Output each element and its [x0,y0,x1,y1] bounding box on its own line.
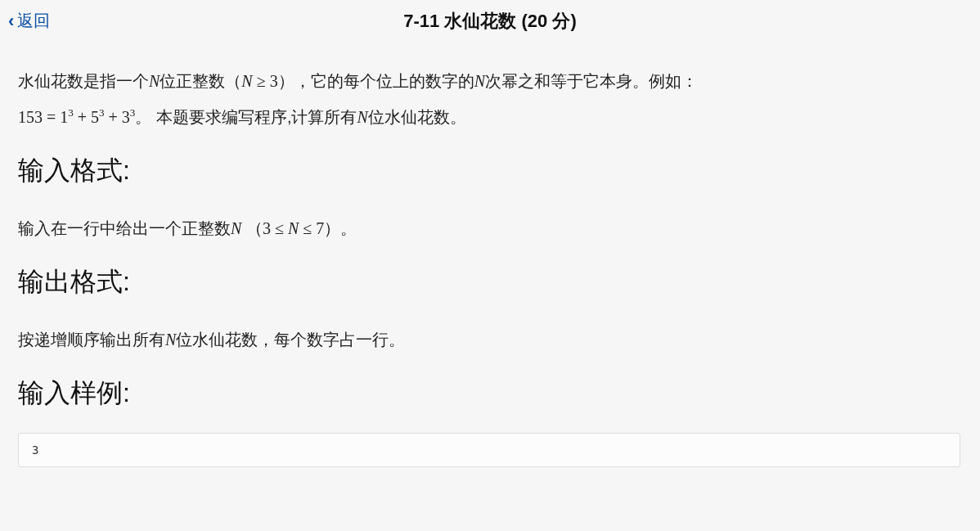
text: 位水仙花数，每个数字占一行。 [176,331,405,349]
back-link[interactable]: ‹ 返回 [8,10,50,32]
math-equation: 153 = 13 + 53 + 33 [18,108,135,126]
math-var: N [357,108,367,126]
sample-input-block: 3 [18,433,960,467]
text: 。 本题要求编写程序,计算所有 [135,108,357,126]
text: ）。 [324,219,357,237]
text: 位水仙花数。 [368,108,466,126]
back-label: 返回 [17,10,50,32]
math-cond: N ≥ 3 [241,72,277,90]
problem-content: 水仙花数是指一个N位正整数（N ≥ 3），它的每个位上的数字的N次幂之和等于它本… [0,40,980,482]
math-var: N [149,72,160,90]
input-format-text: 输入在一行中给出一个正整数N （3 ≤ N ≤ 7）。 [18,210,787,246]
math-var: N [231,219,241,237]
math-var: N [474,72,485,90]
text: 按递增顺序输出所有 [18,331,165,349]
text: 输入在一行中给出一个正整数 [18,219,231,237]
text: 位正整数（ [160,72,241,90]
sample-input-text: 3 [32,443,38,457]
page-title: 7-11 水仙花数 (20 分) [403,11,577,31]
heading-sample-input: 输入样例: [18,376,962,412]
text: 水仙花数是指一个 [18,72,149,90]
heading-output-format: 输出格式: [18,264,962,300]
problem-description: 水仙花数是指一个N位正整数（N ≥ 3），它的每个位上的数字的N次幂之和等于它本… [18,63,787,135]
text: ），它的每个位上的数字的 [278,72,474,90]
text: （ [246,219,263,237]
math-range: 3 ≤ N ≤ 7 [263,219,324,237]
math-var: N [165,331,176,349]
output-format-text: 按递增顺序输出所有N位水仙花数，每个数字占一行。 [18,322,787,358]
top-bar: ‹ 返回 7-11 水仙花数 (20 分) [0,0,980,40]
chevron-left-icon: ‹ [8,12,14,30]
text: 次幂之和等于它本身。例如： [485,72,698,90]
heading-input-format: 输入格式: [18,153,962,189]
